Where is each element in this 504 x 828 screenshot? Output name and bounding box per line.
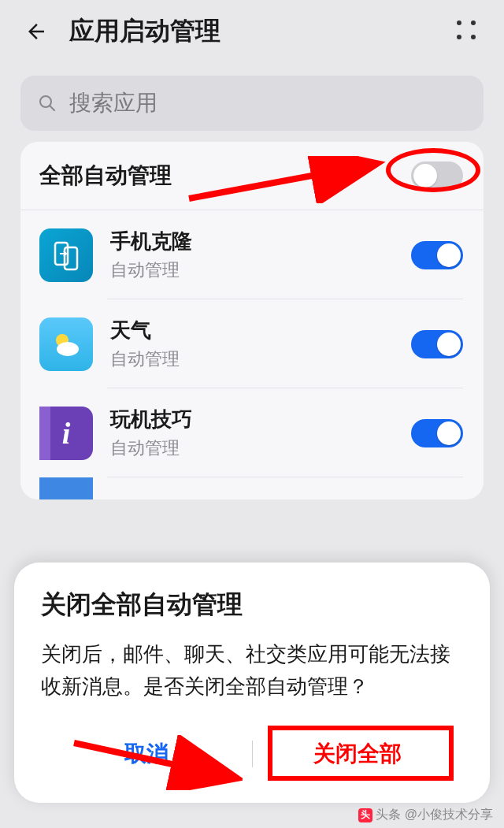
weather-icon bbox=[39, 317, 93, 371]
app-toggle[interactable] bbox=[411, 419, 463, 447]
app-name: 手机克隆 bbox=[110, 228, 411, 255]
search-icon bbox=[38, 94, 57, 113]
app-row-weather[interactable]: 天气 自动管理 bbox=[20, 299, 484, 388]
app-list-card: 全部自动管理 手机克隆 自动管理 天气 自动管理 i 玩机技巧 自动管理 bbox=[20, 142, 484, 499]
page-title: 应用启动管理 bbox=[69, 14, 220, 49]
back-button[interactable] bbox=[22, 17, 50, 46]
overflow-menu-button[interactable] bbox=[457, 20, 477, 41]
confirm-dialog: 关闭全部自动管理 关闭后，邮件、聊天、社交类应用可能无法接收新消息。是否关闭全部… bbox=[14, 563, 490, 803]
dialog-body: 关闭后，邮件、聊天、社交类应用可能无法接收新消息。是否关闭全部自动管理？ bbox=[41, 638, 463, 702]
master-toggle[interactable] bbox=[411, 162, 463, 190]
dialog-title: 关闭全部自动管理 bbox=[41, 588, 463, 622]
confirm-button[interactable]: 关闭全部 bbox=[253, 726, 464, 782]
app-name: 天气 bbox=[110, 317, 411, 344]
footer-credit: 头 头条 @小俊技术分享 bbox=[358, 807, 493, 823]
app-row-partial[interactable] bbox=[20, 477, 484, 499]
app-row-clone[interactable]: 手机克隆 自动管理 bbox=[20, 210, 484, 299]
app-name: 玩机技巧 bbox=[110, 406, 411, 433]
app-toggle[interactable] bbox=[411, 330, 463, 358]
master-toggle-label: 全部自动管理 bbox=[39, 161, 172, 191]
app-toggle[interactable] bbox=[411, 241, 463, 269]
app-sub: 自动管理 bbox=[110, 258, 411, 282]
app-info: 玩机技巧 自动管理 bbox=[110, 406, 411, 460]
search-input[interactable]: 搜索应用 bbox=[20, 76, 484, 131]
master-toggle-row: 全部自动管理 bbox=[20, 142, 484, 210]
credit-text: 头条 @小俊技术分享 bbox=[376, 807, 493, 823]
svg-line-1 bbox=[50, 106, 54, 110]
app-sub: 自动管理 bbox=[110, 347, 411, 371]
dialog-actions: 取消 关闭全部 bbox=[41, 724, 463, 784]
svg-point-5 bbox=[57, 342, 79, 356]
page-header: 应用启动管理 bbox=[0, 0, 504, 61]
svg-rect-3 bbox=[65, 247, 77, 269]
tips-icon: i bbox=[39, 407, 93, 460]
app-info: 天气 自动管理 bbox=[110, 317, 411, 371]
app-icon-partial bbox=[39, 477, 93, 499]
phone-clone-icon bbox=[39, 228, 93, 282]
search-placeholder: 搜索应用 bbox=[69, 88, 158, 118]
app-sub: 自动管理 bbox=[110, 436, 411, 460]
app-row-tips[interactable]: i 玩机技巧 自动管理 bbox=[20, 388, 484, 477]
arrow-left-icon bbox=[24, 20, 48, 43]
cancel-button[interactable]: 取消 bbox=[41, 726, 252, 782]
toutiao-logo-icon: 头 bbox=[358, 808, 372, 822]
app-info: 手机克隆 自动管理 bbox=[110, 228, 411, 282]
